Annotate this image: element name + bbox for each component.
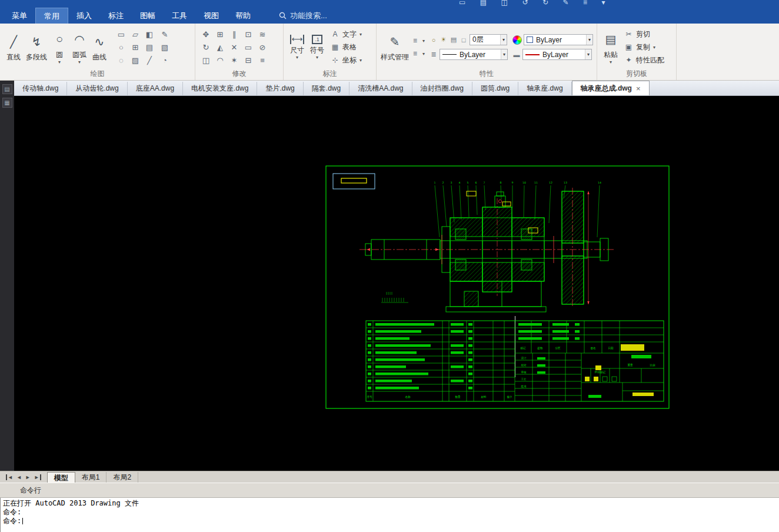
prev-layout-icon[interactable]: ◄ — [16, 474, 22, 480]
menu-tab-annotate[interactable]: 标注 — [100, 8, 132, 24]
tab-layout2[interactable]: 布局2 — [106, 472, 138, 483]
lineweight-list-icon[interactable]: ▬ — [512, 51, 521, 58]
spline-button[interactable]: ∿ 曲线 — [89, 26, 109, 68]
doc-tab[interactable]: 传动轴.dwg — [14, 82, 67, 95]
command-line-header[interactable]: 命令行 — [0, 483, 779, 498]
group-label-clipboard[interactable]: 剪切板 — [597, 69, 676, 80]
menu-item-app[interactable]: 菜单 — [4, 8, 35, 24]
text-button[interactable]: A 文字 ▾ — [331, 28, 362, 40]
doc-tab[interactable]: 油封挡圈.dwg — [412, 82, 472, 95]
quick-more-icon[interactable]: ▾ — [601, 0, 605, 6]
paste-button[interactable]: ▤ 粘贴 ▾ — [601, 26, 621, 68]
mirror-icon[interactable]: ◭ — [213, 41, 227, 54]
lineweight-combo[interactable]: ByLayer ▾ — [522, 49, 592, 60]
break-icon[interactable]: ⊘ — [255, 41, 269, 54]
quick-new-icon[interactable]: ▭ — [459, 0, 465, 6]
linetype-list-icon[interactable]: ≣ — [430, 51, 438, 58]
donut-icon[interactable]: ◔ — [158, 54, 172, 66]
quick-save-icon[interactable]: ◫ — [501, 0, 508, 6]
gradient-icon[interactable]: ▤ — [142, 41, 157, 54]
layer-combo[interactable]: 0层 ▾ — [470, 34, 507, 45]
close-tab-icon[interactable]: × — [636, 84, 641, 93]
palette-sheet-icon[interactable]: ▤ — [2, 84, 12, 94]
cad-drawing[interactable]: 1 2 3 4 5 6 7 8 9 10 11 12 13 14 — [325, 165, 670, 409]
color-wheel-icon[interactable] — [512, 35, 522, 45]
menu-tab-view[interactable]: 视图 — [195, 8, 227, 24]
stretch-icon[interactable]: ▭ — [241, 41, 255, 54]
doc-tab[interactable]: 底座AA.dwg — [128, 82, 183, 95]
quick-plot-icon[interactable]: ✎ — [562, 0, 568, 6]
coordinate-button[interactable]: ⊹ 坐标 ▾ — [331, 54, 362, 66]
layer-plot-icon[interactable]: ▤ — [450, 36, 458, 44]
wipeout-icon[interactable]: ▧ — [158, 41, 172, 54]
quick-redo-icon[interactable]: ↻ — [542, 0, 548, 6]
doc-tab[interactable]: 轴承座.dwg — [518, 82, 571, 95]
line-button[interactable]: ╱ 直线 — [4, 26, 24, 68]
layer-thaw-icon[interactable]: ☀ — [440, 36, 448, 44]
match-list2-button[interactable]: ≡ ▾ — [411, 48, 425, 59]
quick-undo-icon[interactable]: ↺ — [522, 0, 528, 6]
first-layout-icon[interactable]: ◄ — [6, 474, 13, 480]
doc-tab[interactable]: 隔套.dwg — [304, 82, 349, 95]
function-search[interactable]: 功能搜索... — [279, 8, 327, 24]
menu-tab-sheet[interactable]: 图幅 — [132, 8, 164, 24]
match-properties-button[interactable]: ✦ 特性匹配 — [624, 54, 664, 66]
move-icon[interactable]: ✥ — [199, 28, 213, 41]
circle-button[interactable]: ○ 圆 ▾ — [49, 26, 69, 68]
menu-tab-insert[interactable]: 插入 — [68, 8, 100, 24]
scale-icon[interactable]: ⊡ — [241, 28, 255, 41]
drawing-canvas[interactable]: 1 2 3 4 5 6 7 8 9 10 11 12 13 14 — [14, 96, 779, 471]
group-label-modify[interactable]: 修改 — [195, 69, 283, 80]
layer-color-chip-icon[interactable]: □ — [460, 36, 468, 44]
region-icon[interactable]: ◧ — [142, 28, 157, 41]
hatch-icon[interactable]: ▨ — [128, 54, 142, 66]
copy-clip-button[interactable]: ▣ 复制 ▾ — [624, 41, 664, 53]
doc-tab[interactable]: 从动齿轮.dwg — [67, 82, 127, 95]
rotate-icon[interactable]: ↻ — [199, 41, 213, 54]
arc-button[interactable]: ◠ 圆弧 ▾ — [69, 26, 89, 68]
menu-tab-help[interactable]: 帮助 — [227, 8, 259, 24]
command-history[interactable]: 正在打开 AutoCAD 2013 Drawing 文件 命令: 命令: — [0, 498, 779, 532]
last-layout-icon[interactable]: ► — [34, 474, 41, 480]
ray-icon[interactable]: ╱ — [142, 54, 157, 66]
doc-tab-active[interactable]: 轴承座总成.dwg × — [572, 81, 650, 95]
symbol-button[interactable]: .1 符号 ▾ — [307, 26, 327, 68]
color-combo[interactable]: ByLayer ▾ — [524, 34, 593, 45]
revcloud-icon[interactable]: ✎ — [158, 28, 172, 41]
doc-tab[interactable]: 清洗槽AA.dwg — [349, 82, 412, 95]
lengthen-icon[interactable]: ≋ — [255, 28, 269, 41]
menu-tab-home[interactable]: 常用 — [35, 8, 68, 24]
cut-button[interactable]: ✂ 剪切 — [624, 28, 664, 40]
layer-on-icon[interactable]: ○ — [430, 36, 438, 44]
group-label-properties[interactable]: 特性 — [377, 69, 597, 80]
match-list-button[interactable]: ≡ ▾ — [411, 35, 425, 46]
rectangle-icon[interactable]: ▭ — [114, 28, 128, 41]
polygon-icon[interactable]: ▱ — [128, 28, 142, 41]
next-layout-icon[interactable]: ► — [25, 474, 31, 480]
group-label-annotate[interactable]: 标注 — [284, 69, 376, 80]
join-icon[interactable]: ≡ — [255, 54, 269, 66]
trim-icon[interactable]: ⊟ — [241, 54, 255, 66]
fillet-icon[interactable]: ◠ — [213, 54, 227, 66]
dimension-button[interactable]: ⟷ 尺寸 ▾ — [287, 26, 307, 68]
quick-open-icon[interactable]: ▤ — [480, 0, 487, 6]
group-label-draw[interactable]: 绘图 — [0, 69, 195, 80]
doc-tab[interactable]: 电机安装支座.dwg — [183, 82, 257, 95]
offset-icon[interactable]: ∥ — [227, 28, 241, 41]
ellipse-icon[interactable]: ○ — [114, 41, 128, 54]
polyline-button[interactable]: ↯ 多段线 — [24, 26, 49, 68]
tab-layout1[interactable]: 布局1 — [75, 472, 107, 483]
menu-tab-tools[interactable]: 工具 — [164, 8, 195, 24]
table-insert-icon[interactable]: ⊞ — [128, 41, 142, 54]
point-icon[interactable]: ◌ — [114, 54, 128, 66]
table-button[interactable]: ▦ 表格 — [331, 41, 362, 53]
quick-props-icon[interactable]: ≡ — [583, 0, 587, 6]
doc-tab[interactable]: 垫片.dwg — [257, 82, 303, 95]
array-icon[interactable]: ⊞ — [213, 28, 227, 41]
copy-icon[interactable]: ◫ — [199, 54, 213, 66]
erase-icon[interactable]: ✕ — [227, 41, 241, 54]
palette-grid-icon[interactable]: ▦ — [2, 98, 12, 108]
style-manager-button[interactable]: ✎ 样式管理 — [380, 26, 410, 68]
linetype-combo[interactable]: ByLayer ▾ — [440, 49, 508, 60]
explode-icon[interactable]: ✶ — [227, 54, 241, 66]
